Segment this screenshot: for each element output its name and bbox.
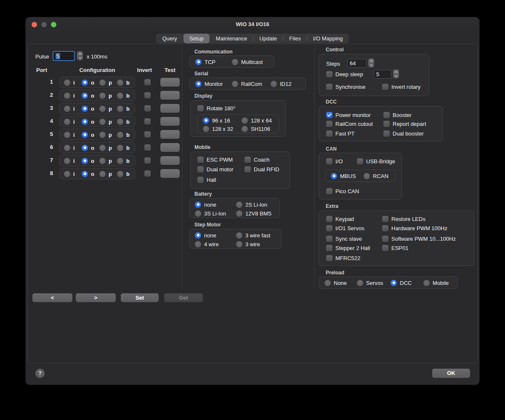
port-4-radio-b[interactable]: b	[117, 117, 130, 126]
battery-radio-3s-li-ion[interactable]: 3S Li-Ion	[195, 209, 226, 218]
radio-multicast[interactable]: Multicast	[232, 58, 263, 66]
port-5-invert-checkbox[interactable]	[144, 131, 151, 138]
port-3-invert-checkbox[interactable]	[144, 105, 151, 112]
mfrc522-checkbox[interactable]: MFRC522	[326, 254, 360, 262]
invert-rotary-checkbox[interactable]: Invert rotary	[382, 82, 420, 91]
steps-stepper[interactable]	[368, 58, 374, 68]
preload-radio-servos[interactable]: Servos	[357, 279, 383, 287]
railcom-cutout-checkbox[interactable]: RailCom cutout	[326, 120, 373, 128]
port-2-radio-o[interactable]: o	[82, 91, 94, 100]
software-pwm-checkbox[interactable]: Software PWM 10...100Hz	[382, 234, 456, 243]
port-8-invert-checkbox[interactable]	[144, 170, 151, 177]
radio-128x64[interactable]: 128 x 64	[242, 116, 272, 125]
port-4-invert-checkbox[interactable]	[144, 118, 151, 125]
radio-mbus[interactable]: MBUS	[331, 172, 356, 180]
port-7-radio-b[interactable]: b	[117, 157, 130, 165]
port-7-test-button[interactable]	[160, 156, 180, 165]
radio-96x16[interactable]: 96 x 16	[203, 116, 230, 125]
port-6-radio-p[interactable]: p	[99, 144, 112, 152]
radio-monitor[interactable]: Monitor	[195, 80, 223, 88]
radio-railcom[interactable]: RailCom	[232, 80, 262, 88]
step-motor-radio-none[interactable]: none	[195, 231, 216, 239]
port-5-radio-b[interactable]: b	[117, 130, 130, 139]
io1-servos-checkbox[interactable]: I/O1 Servos	[326, 224, 364, 232]
radio-rcan[interactable]: RCAN	[364, 172, 388, 180]
port-3-radio-o[interactable]: o	[82, 104, 94, 113]
port-1-test-button[interactable]	[160, 78, 180, 87]
port-7-invert-checkbox[interactable]	[144, 157, 151, 164]
tab-maintenance[interactable]: Maintenance	[210, 34, 253, 43]
port-5-radio-p[interactable]: p	[99, 130, 112, 139]
rotate-180-checkbox[interactable]: Rotate 180°	[197, 104, 236, 112]
hardware-pwm-checkbox[interactable]: Hardware PWM 100Hz	[382, 224, 447, 232]
esc-pwm-checkbox[interactable]: ESC PWM	[197, 155, 233, 164]
preload-radio-none[interactable]: None	[324, 279, 347, 287]
radio-tcp[interactable]: TCP	[195, 58, 215, 66]
port-6-invert-checkbox[interactable]	[144, 144, 151, 151]
deep-sleep-stepper[interactable]	[393, 69, 399, 79]
port-6-radio-i[interactable]: i	[64, 144, 75, 152]
fast-pt-checkbox[interactable]: Fast PT	[326, 129, 355, 138]
radio-sh1106[interactable]: SH1106	[242, 125, 270, 133]
port-3-test-button[interactable]	[160, 104, 180, 113]
port-2-radio-b[interactable]: b	[117, 91, 130, 100]
battery-radio-12v8-bms[interactable]: 12V8 BMS	[236, 209, 271, 218]
deep-sleep-checkbox[interactable]: Deep sleep	[326, 70, 363, 78]
set-button[interactable]: Set	[121, 293, 159, 302]
port-2-radio-p[interactable]: p	[99, 91, 112, 100]
prev-button[interactable]: <	[32, 293, 72, 302]
port-8-radio-i[interactable]: i	[64, 170, 75, 178]
pico-can-checkbox[interactable]: Pico CAN	[326, 187, 359, 195]
next-button[interactable]: >	[76, 293, 116, 302]
port-5-radio-o[interactable]: o	[82, 130, 94, 139]
ok-button[interactable]: OK	[432, 369, 470, 378]
dual-rfid-checkbox[interactable]: Dual RFID	[245, 165, 279, 173]
get-button[interactable]: Get	[164, 293, 203, 302]
coach-checkbox[interactable]: Coach	[245, 155, 270, 164]
port-8-radio-b[interactable]: b	[117, 170, 130, 178]
sync-slave-checkbox[interactable]: Sync slave	[326, 234, 362, 243]
port-2-radio-i[interactable]: i	[64, 91, 75, 100]
port-7-radio-o[interactable]: o	[82, 157, 94, 165]
radio-id12[interactable]: ID12	[271, 80, 291, 88]
port-1-radio-o[interactable]: o	[82, 78, 94, 87]
deep-sleep-input[interactable]: 5	[374, 70, 391, 79]
port-8-radio-o[interactable]: o	[82, 170, 94, 178]
esp01-checkbox[interactable]: ESP01	[382, 244, 408, 252]
tab-query[interactable]: Query	[156, 34, 183, 43]
report-depart-checkbox[interactable]: Report depart	[383, 120, 426, 128]
port-6-radio-b[interactable]: b	[117, 144, 130, 152]
port-6-radio-o[interactable]: o	[82, 144, 94, 152]
can-io-checkbox[interactable]: I/O	[326, 157, 343, 165]
port-8-radio-p[interactable]: p	[99, 170, 112, 178]
radio-128x32[interactable]: 128 x 32	[203, 125, 233, 133]
booster-checkbox[interactable]: Booster	[383, 111, 412, 119]
power-monitor-checkbox[interactable]: Power monitor	[326, 111, 371, 119]
pulse-input[interactable]: 5	[53, 51, 75, 61]
battery-radio-none[interactable]: none	[195, 200, 216, 209]
port-6-test-button[interactable]	[160, 143, 180, 152]
stepper-2-hall-checkbox[interactable]: Stepper 2 Hall	[326, 244, 370, 252]
hall-checkbox[interactable]: Hall	[197, 175, 216, 184]
port-8-test-button[interactable]	[160, 169, 180, 178]
port-3-radio-p[interactable]: p	[99, 104, 112, 113]
steps-input[interactable]: 64	[347, 59, 367, 68]
port-2-test-button[interactable]	[160, 91, 180, 100]
step-motor-radio-4-wire[interactable]: 4 wire	[195, 240, 219, 248]
dual-motor-checkbox[interactable]: Dual motor	[197, 165, 234, 173]
keypad-checkbox[interactable]: Keypad	[326, 215, 354, 223]
port-2-invert-checkbox[interactable]	[144, 92, 151, 98]
port-4-radio-i[interactable]: i	[64, 117, 75, 126]
port-5-test-button[interactable]	[160, 130, 180, 139]
port-3-radio-b[interactable]: b	[117, 104, 130, 113]
step-motor-radio-3-wire-fast[interactable]: 3 wire fast	[236, 231, 270, 239]
port-3-radio-i[interactable]: i	[64, 104, 75, 113]
port-1-radio-b[interactable]: b	[117, 78, 130, 87]
tab-files[interactable]: Files	[283, 34, 306, 43]
tab-setup[interactable]: Setup	[183, 34, 210, 43]
battery-radio-2s-li-ion[interactable]: 2S Li-Ion	[236, 200, 267, 209]
tab-io-mapping[interactable]: I/O Mapping	[307, 34, 349, 43]
tab-update[interactable]: Update	[253, 34, 283, 43]
port-7-radio-i[interactable]: i	[64, 157, 75, 165]
restore-leds-checkbox[interactable]: Restore LEDs	[382, 215, 425, 223]
